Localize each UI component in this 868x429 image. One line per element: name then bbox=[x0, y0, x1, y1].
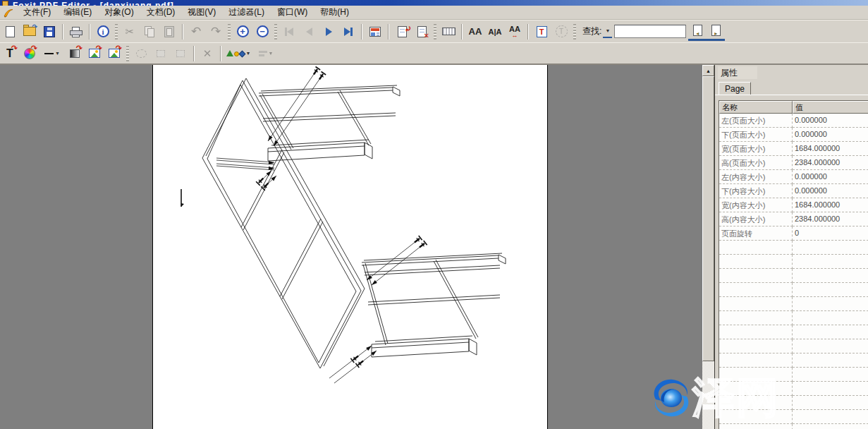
new-document-button[interactable] bbox=[1, 23, 19, 41]
add-text-object-icon: T bbox=[537, 26, 547, 37]
group-forward-button[interactable] bbox=[171, 44, 190, 63]
copy-button[interactable] bbox=[140, 23, 159, 41]
find-previous-button[interactable]: ◂ bbox=[688, 23, 707, 41]
edit-cursor-mark bbox=[181, 189, 184, 207]
toolbar-grip[interactable] bbox=[228, 24, 231, 40]
property-row[interactable]: 宽(页面大小)1684.000000 bbox=[719, 142, 868, 156]
document-canvas[interactable] bbox=[0, 65, 702, 429]
menu-document[interactable]: 文档(D) bbox=[140, 5, 182, 20]
color-tool-button[interactable]: ↷ bbox=[20, 44, 39, 63]
add-text-object-button[interactable]: T bbox=[532, 23, 551, 41]
toolbar-standard: ↷ i ✂ ↶ ↷ + − bbox=[0, 20, 868, 42]
cut-button[interactable]: ✂ bbox=[121, 23, 139, 41]
menu-view[interactable]: 视图(V) bbox=[181, 5, 222, 20]
char-width-button[interactable]: AA ↔ bbox=[506, 23, 524, 41]
grid-header: 名称 值 bbox=[719, 101, 868, 114]
next-page-button[interactable] bbox=[319, 23, 338, 41]
menu-bar: 文件(F) 编辑(E) 对象(O) 文档(D) 视图(V) 过滤器(L) 窗口(… bbox=[0, 6, 868, 20]
first-page-button[interactable] bbox=[280, 23, 298, 41]
property-row[interactable]: 页面旋转0 bbox=[719, 226, 868, 241]
undo-icon: ↶ bbox=[191, 25, 201, 37]
group-forward-icon bbox=[176, 50, 185, 57]
font-compare-button[interactable]: A|A bbox=[486, 23, 504, 41]
open-button[interactable]: ↷ bbox=[20, 23, 39, 41]
column-header-name[interactable]: 名称 bbox=[719, 101, 793, 114]
menu-object[interactable]: 对象(O) bbox=[98, 5, 140, 20]
empty-row bbox=[719, 283, 868, 297]
vertical-scrollbar[interactable]: ▲ bbox=[702, 65, 714, 429]
find-options-dropdown[interactable]: ▼ bbox=[603, 25, 612, 38]
add-image-button[interactable]: ↷ bbox=[105, 44, 123, 63]
find-next-button[interactable]: ▸ bbox=[707, 23, 725, 41]
keyboard-button[interactable] bbox=[439, 23, 458, 41]
column-header-value[interactable]: 值 bbox=[793, 101, 868, 114]
copy-icon bbox=[145, 26, 155, 37]
separator bbox=[461, 24, 463, 40]
next-page-icon bbox=[326, 28, 332, 36]
empty-row bbox=[719, 311, 868, 325]
isometric-ladder-drawing bbox=[153, 65, 547, 429]
toolbar-grip[interactable] bbox=[126, 46, 129, 61]
property-row[interactable]: 宽(内容大小)1684.000000 bbox=[719, 198, 868, 212]
property-row[interactable]: 左(页面大小)0.000000 bbox=[719, 114, 868, 128]
separator bbox=[193, 46, 195, 61]
scroll-up-button[interactable]: ▲ bbox=[702, 65, 714, 76]
menu-window[interactable]: 窗口(W) bbox=[271, 5, 314, 20]
previous-page-button[interactable] bbox=[300, 23, 318, 41]
font-substitute-button[interactable]: AA bbox=[466, 23, 484, 41]
delete-page-button[interactable]: ✕ bbox=[412, 23, 431, 41]
empty-row bbox=[719, 368, 868, 382]
insert-page-button[interactable]: ↷ bbox=[393, 23, 411, 41]
menu-edit[interactable]: 编辑(E) bbox=[57, 5, 98, 20]
toolbar-grip[interactable] bbox=[115, 24, 118, 40]
delete-object-button[interactable]: ✕ bbox=[198, 44, 216, 63]
property-row[interactable]: 下(内容大小)0.000000 bbox=[719, 184, 868, 198]
text-mode-button[interactable]: T bbox=[552, 23, 570, 41]
separator bbox=[89, 24, 90, 40]
shapes-tool-button[interactable]: ▼ bbox=[225, 44, 252, 63]
scrollbar-track[interactable] bbox=[702, 361, 714, 429]
pdf-page[interactable] bbox=[152, 65, 548, 429]
edit-image-button[interactable]: ↷ bbox=[85, 44, 104, 63]
menu-filter[interactable]: 过滤器(L) bbox=[222, 5, 271, 20]
scrollbar-thumb[interactable] bbox=[702, 76, 714, 361]
last-page-button[interactable] bbox=[339, 23, 357, 41]
property-row[interactable]: 左(内容大小)0.000000 bbox=[719, 170, 868, 184]
line-tool-button[interactable]: ▼ bbox=[40, 44, 64, 63]
paste-button[interactable] bbox=[160, 23, 178, 41]
zoom-out-button[interactable]: − bbox=[253, 23, 271, 41]
property-row[interactable]: 高(内容大小)2384.000000 bbox=[719, 212, 868, 226]
separator bbox=[527, 24, 529, 40]
zoom-in-button[interactable]: + bbox=[233, 23, 252, 41]
property-row[interactable]: 下(页面大小)0.000000 bbox=[719, 128, 868, 142]
previous-page-icon bbox=[306, 28, 312, 36]
empty-row bbox=[719, 396, 868, 410]
toolbar-grip[interactable] bbox=[274, 24, 277, 40]
first-page-icon bbox=[285, 28, 293, 36]
menu-file[interactable]: 文件(F) bbox=[17, 5, 57, 20]
separator bbox=[220, 46, 221, 61]
find-label: 查找: bbox=[582, 25, 601, 37]
toolbar-grip[interactable] bbox=[573, 24, 576, 40]
shapes-icon bbox=[226, 50, 245, 56]
undo-button[interactable]: ↶ bbox=[187, 23, 205, 41]
tab-divider bbox=[715, 95, 868, 95]
align-tool-button[interactable]: ▼ bbox=[253, 44, 279, 63]
workspace: ▲ 属性 Page 名称 值 左(页面大小)0.000000 下(页面大小)0.… bbox=[0, 65, 868, 429]
find-toolbar: 查找: ▼ ◂ ▸ bbox=[581, 23, 725, 41]
add-text-tool-button[interactable]: T ↷ bbox=[1, 44, 19, 63]
tab-page[interactable]: Page bbox=[719, 82, 751, 95]
redo-icon: ↷ bbox=[211, 25, 221, 37]
save-button[interactable] bbox=[40, 23, 59, 41]
page-layout-button[interactable] bbox=[366, 23, 384, 41]
find-input[interactable] bbox=[614, 25, 686, 38]
group-back-button[interactable] bbox=[152, 44, 170, 63]
shading-tool-button[interactable]: ↷ bbox=[66, 44, 84, 63]
property-row[interactable]: 高(页面大小)2384.000000 bbox=[719, 156, 868, 170]
menu-help[interactable]: 帮助(H) bbox=[314, 5, 355, 20]
lasso-select-button[interactable] bbox=[132, 44, 150, 63]
redo-button[interactable]: ↷ bbox=[207, 23, 225, 41]
toolbar-grip[interactable] bbox=[434, 24, 436, 40]
print-button[interactable] bbox=[67, 23, 85, 41]
document-info-button[interactable]: i bbox=[94, 23, 112, 41]
